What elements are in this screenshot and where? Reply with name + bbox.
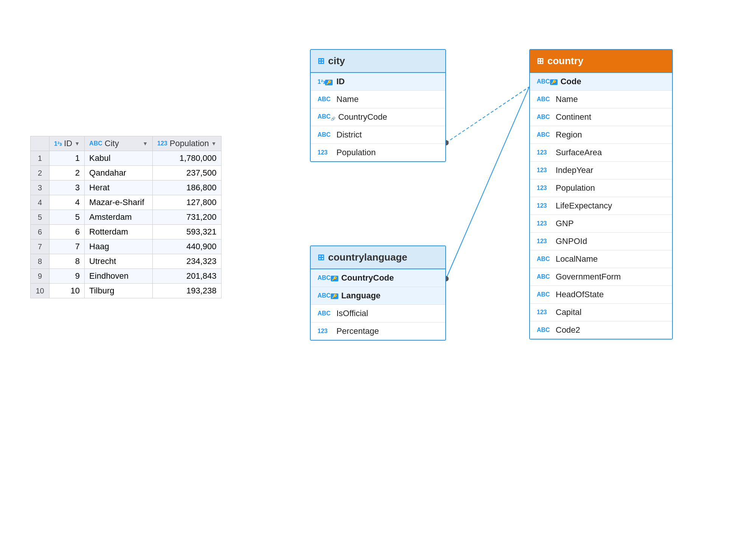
sort-arrow-city[interactable]: ▼ <box>143 140 148 147</box>
country-region-name: Region <box>556 130 582 140</box>
cl-field-percentage: 123 Percentage <box>311 323 445 340</box>
col-id-label: ID <box>64 139 72 148</box>
cl-io-type: ABC <box>318 310 333 317</box>
row-number: 3 <box>31 181 50 195</box>
city-table-icon: ⊞ <box>318 56 324 66</box>
table-row: 11Kabul1,780,000 <box>31 151 222 166</box>
cell-population: 1,780,000 <box>153 151 222 166</box>
country-cap-type: 123 <box>537 309 553 316</box>
table-row: 55Amsterdam731,200 <box>31 210 222 225</box>
cell-population: 186,800 <box>153 181 222 195</box>
country-hos-name: HeadOfState <box>556 290 604 299</box>
city-pop-name: Population <box>336 148 376 157</box>
cell-id: 7 <box>50 239 85 254</box>
city-type-icon: ABC <box>89 140 102 147</box>
cell-id: 3 <box>50 181 85 195</box>
country-field-capital: 123 Capital <box>530 304 672 321</box>
country-field-lifeexpectancy: 123 LifeExpectancy <box>530 197 672 215</box>
cell-population: 201,843 <box>153 269 222 284</box>
cell-city: Herat <box>85 181 153 195</box>
country-code2-name: Code2 <box>556 325 580 335</box>
row-number: 9 <box>31 269 50 284</box>
cl-pct-type: 123 <box>318 328 333 335</box>
cell-id: 6 <box>50 225 85 239</box>
svg-line-0 <box>446 87 529 143</box>
country-le-type: 123 <box>537 202 553 209</box>
country-field-code: ABC🔑 Code <box>530 73 672 91</box>
country-ln-type: ABC <box>537 256 553 262</box>
country-sa-name: SurfaceArea <box>556 148 602 157</box>
cell-city: Qandahar <box>85 166 153 181</box>
country-field-localname: ABC LocalName <box>530 250 672 268</box>
country-field-surfacearea: 123 SurfaceArea <box>530 144 672 162</box>
country-iy-type: 123 <box>537 167 553 174</box>
row-number: 8 <box>31 254 50 269</box>
country-field-gnpold: 123 GNPOId <box>530 233 672 250</box>
country-table-header: ⊞ country <box>530 50 672 73</box>
country-gnp-name: GNP <box>556 219 574 228</box>
country-pop-type: 123 <box>537 185 553 191</box>
cell-population: 237,500 <box>153 166 222 181</box>
country-gnpold-name: GNPOId <box>556 236 587 246</box>
country-code2-type: ABC <box>537 327 553 333</box>
row-number: 5 <box>31 210 50 225</box>
country-pop-name: Population <box>556 183 595 193</box>
col-header-population[interactable]: 123 Population ▼ <box>153 136 222 151</box>
row-number: 10 <box>31 284 50 298</box>
cl-lang-name: Language <box>341 291 381 301</box>
country-name-name: Name <box>556 94 578 104</box>
city-field-id: 1²₃🔑 ID <box>311 73 445 91</box>
city-field-population: 123 Population <box>311 144 445 161</box>
row-number: 7 <box>31 239 50 254</box>
countrylanguage-table-header: ⊞ countrylanguage <box>311 246 445 269</box>
row-number: 1 <box>31 151 50 166</box>
city-district-name: District <box>336 130 362 140</box>
country-iy-name: IndepYear <box>556 165 593 175</box>
col-header-id[interactable]: 1²₃ ID ▼ <box>50 136 85 151</box>
table-row: 77Haag440,900 <box>31 239 222 254</box>
cell-population: 731,200 <box>153 210 222 225</box>
country-ln-name: LocalName <box>556 254 598 264</box>
city-field-district: ABC District <box>311 126 445 144</box>
city-field-name: ABC Name <box>311 91 445 108</box>
col-header-city[interactable]: ABC City ▼ <box>85 136 153 151</box>
country-hos-type: ABC <box>537 291 553 298</box>
cell-population: 440,900 <box>153 239 222 254</box>
cl-lang-type: ABC🔑 <box>318 292 338 299</box>
cell-id: 9 <box>50 269 85 284</box>
col-pop-label: Population <box>170 139 209 148</box>
country-field-name: ABC Name <box>530 91 672 108</box>
cell-population: 193,238 <box>153 284 222 298</box>
sort-arrow-id[interactable]: ▼ <box>74 140 80 147</box>
cell-city: Mazar-e-Sharif <box>85 195 153 210</box>
country-field-population: 123 Population <box>530 179 672 197</box>
country-continent-name: Continent <box>556 112 591 122</box>
cell-city: Kabul <box>85 151 153 166</box>
country-field-indepyear: 123 IndepYear <box>530 162 672 179</box>
table-row: 44Mazar-e-Sharif127,800 <box>31 195 222 210</box>
country-field-continent: ABC Continent <box>530 108 672 126</box>
country-field-code2: ABC Code2 <box>530 321 672 339</box>
table-row: 88Utrecht234,323 <box>31 254 222 269</box>
country-table-icon: ⊞ <box>537 56 544 66</box>
city-table-title: city <box>328 55 345 67</box>
cell-population: 127,800 <box>153 195 222 210</box>
schema-table-countrylanguage: ⊞ countrylanguage ABC🔑 CountryCode ABC🔑 … <box>310 245 446 341</box>
cell-city: Haag <box>85 239 153 254</box>
table-row: 66Rotterdam593,321 <box>31 225 222 239</box>
row-number: 4 <box>31 195 50 210</box>
country-gnpold-type: 123 <box>537 238 553 245</box>
country-field-headofstate: ABC HeadOfState <box>530 286 672 304</box>
country-region-type: ABC <box>537 131 553 138</box>
city-id-name: ID <box>336 77 345 86</box>
row-number: 6 <box>31 225 50 239</box>
cell-id: 5 <box>50 210 85 225</box>
cell-city: Amsterdam <box>85 210 153 225</box>
sort-arrow-pop[interactable]: ▼ <box>211 140 217 147</box>
cell-city: Eindhoven <box>85 269 153 284</box>
data-table: 1²₃ ID ▼ ABC City ▼ 123 Population <box>30 136 222 298</box>
cl-field-language: ABC🔑 Language <box>311 287 445 305</box>
cl-field-countrycode: ABC🔑 CountryCode <box>311 269 445 287</box>
country-code-type: ABC🔑 <box>537 78 558 85</box>
cell-city: Utrecht <box>85 254 153 269</box>
